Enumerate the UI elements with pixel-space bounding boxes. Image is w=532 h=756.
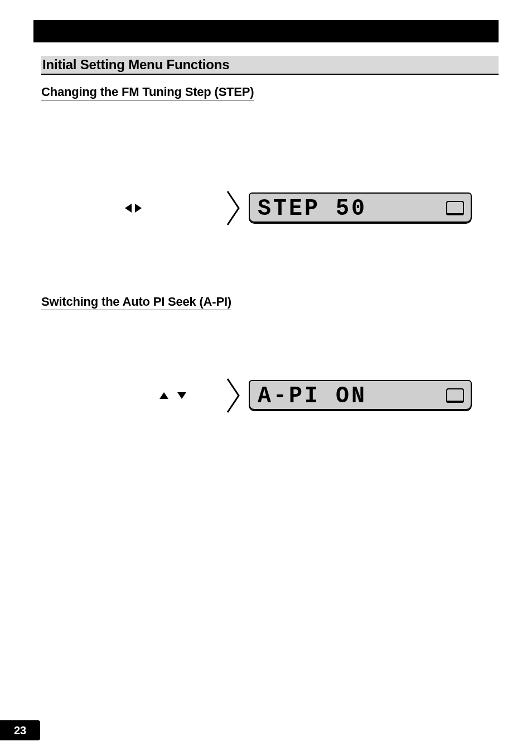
api-arrow-hint — [41, 392, 225, 399]
api-heading-wrap: Switching the Auto PI Seek (A-PI) — [41, 295, 499, 310]
step-row: STEP 50 — [41, 189, 499, 228]
api-lcd-wrap: A-PI ON — [225, 378, 472, 413]
down-arrow-icon — [177, 392, 186, 399]
api-lcd-display: A-PI ON — [249, 380, 472, 411]
step-lcd-text: STEP 50 — [258, 195, 367, 221]
step-arrow-hint — [41, 204, 225, 213]
chevron-right-icon — [225, 190, 241, 226]
step-heading-wrap: Changing the FM Tuning Step (STEP) — [41, 85, 499, 100]
page-number: 23 — [14, 724, 26, 737]
chevron-right-icon — [225, 378, 241, 413]
lcd-cassette-icon — [446, 201, 464, 215]
step-lcd-wrap: STEP 50 — [225, 190, 472, 226]
api-lcd-text: A-PI ON — [258, 382, 367, 408]
lcd-cassette-icon — [446, 388, 464, 403]
up-arrow-icon — [159, 392, 168, 399]
page-number-tab: 23 — [0, 720, 40, 740]
step-lcd-display: STEP 50 — [249, 192, 472, 224]
api-subheading: Switching the Auto PI Seek (A-PI) — [41, 295, 231, 310]
step-subheading: Changing the FM Tuning Step (STEP) — [41, 85, 254, 100]
api-row: A-PI ON — [41, 376, 499, 415]
right-arrow-icon — [135, 204, 142, 213]
page-content: Initial Setting Menu Functions Changing … — [41, 56, 499, 415]
left-arrow-icon — [125, 204, 132, 213]
top-black-bar — [33, 20, 499, 42]
section-heading: Initial Setting Menu Functions — [41, 56, 499, 75]
